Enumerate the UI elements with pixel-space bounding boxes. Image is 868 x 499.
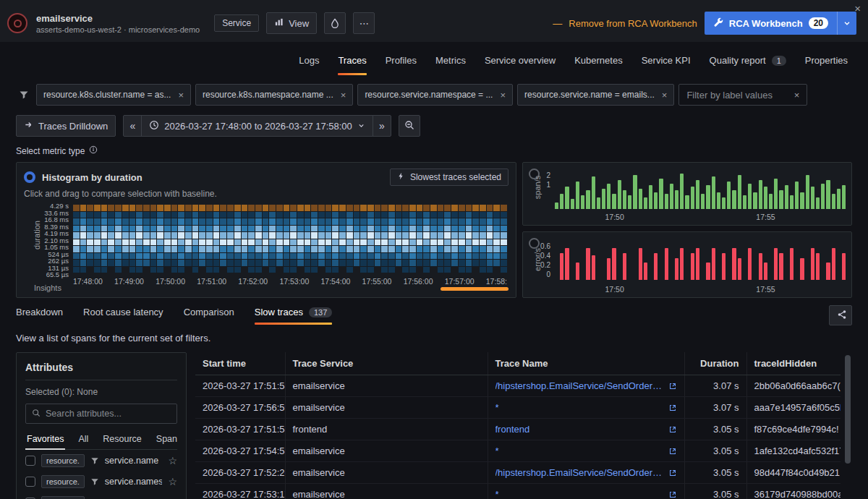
chart-bars-icon [274, 17, 284, 29]
bar [623, 253, 626, 280]
external-link-icon[interactable] [668, 447, 677, 456]
tab-favorites[interactable]: Favorites [25, 431, 65, 449]
tab-slow-traces[interactable]: Slow traces137 [255, 305, 333, 326]
tab-metrics[interactable]: Metrics [435, 55, 466, 66]
external-link-icon[interactable] [668, 404, 677, 412]
slowest-traces-badge[interactable]: Slowest traces selected [390, 169, 509, 186]
attributes-search-input[interactable] [46, 409, 171, 419]
more-menu-button[interactable]: ⋯ [353, 12, 375, 34]
double-chevron-left-icon: « [129, 120, 135, 132]
col-start-time[interactable]: Start time [195, 352, 285, 375]
filter-chip[interactable]: resource.service.name = emails...× [517, 84, 674, 106]
close-icon[interactable]: × [500, 90, 506, 100]
bar [592, 176, 595, 209]
external-link-icon[interactable] [668, 425, 677, 434]
scrollbar-thumb[interactable] [845, 355, 851, 464]
label-filter-input[interactable] [686, 90, 788, 101]
insights-toggle[interactable]: Insights [34, 283, 61, 292]
tab-logs[interactable]: Logs [299, 55, 319, 66]
tab-traces[interactable]: Traces [338, 55, 366, 66]
star-icon[interactable]: ☆ [168, 477, 177, 487]
checkbox[interactable] [25, 477, 35, 487]
filter-icon[interactable] [90, 477, 99, 486]
col-trace-service[interactable]: Trace Service [285, 352, 488, 375]
bar [696, 180, 699, 209]
filter-chip[interactable]: resource.k8s.namespace.name ...× [195, 84, 353, 106]
bar [712, 176, 715, 209]
trace-name-link[interactable]: /hipstershop.EmailService/SendOrderConf.… [495, 467, 663, 478]
attributes-selected: Selected (0): None [25, 387, 177, 397]
external-link-icon[interactable] [668, 469, 677, 477]
tab-resource[interactable]: Resource [101, 431, 143, 449]
tab-service-kpi[interactable]: Service KPI [642, 55, 691, 66]
external-link-icon[interactable] [668, 490, 677, 499]
clear-icon[interactable]: × [794, 90, 800, 100]
star-icon[interactable]: ☆ [168, 456, 177, 466]
bar [759, 180, 762, 209]
scrollbar[interactable] [845, 355, 851, 499]
traces-drilldown-button[interactable]: Traces Drilldown [16, 115, 116, 137]
trace-name-link[interactable]: /hipstershop.EmailService/SendOrderConf.… [495, 380, 663, 391]
bar [800, 258, 804, 280]
col-trace-id[interactable]: traceIdHidden [746, 352, 841, 375]
zoom-out-button[interactable] [399, 115, 420, 137]
bar [581, 195, 584, 209]
close-icon[interactable]: × [341, 90, 346, 100]
remove-from-workbench-link[interactable]: — Remove from RCA Workbench [553, 18, 697, 29]
bar [764, 187, 767, 209]
external-link-icon[interactable] [668, 382, 677, 391]
tab-comparison[interactable]: Comparison [184, 305, 234, 326]
time-shift-back-button[interactable]: « [123, 115, 142, 137]
bar [644, 263, 647, 280]
view-button[interactable]: View [266, 12, 317, 34]
droplet-icon[interactable] [324, 12, 346, 34]
chevron-down-icon[interactable] [838, 12, 856, 35]
close-icon[interactable]: × [178, 90, 184, 100]
x-tick: 17:55 [756, 213, 775, 221]
heatmap-row [73, 212, 507, 218]
tab-all[interactable]: All [77, 431, 90, 449]
heatmap[interactable] [73, 205, 507, 273]
scope-badge: resource. [41, 454, 85, 467]
bar [826, 263, 830, 280]
spans-bars [555, 170, 846, 209]
close-icon[interactable]: × [854, 3, 861, 14]
tab-properties[interactable]: Properties [805, 55, 848, 66]
filter-chip[interactable]: resource.k8s.cluster.name = as...× [36, 84, 191, 106]
bar [753, 192, 757, 209]
trace-name-link[interactable]: frontend [495, 424, 530, 435]
minus-icon: — [553, 18, 562, 29]
tab-service-overview[interactable]: Service overview [485, 55, 556, 66]
trace-name-link[interactable]: * [495, 489, 499, 499]
bar [576, 182, 579, 209]
col-trace-name[interactable]: Trace Name [488, 352, 684, 375]
filter-chip[interactable]: resource.service.namespace = ...× [357, 84, 513, 106]
col-duration[interactable]: Duration [684, 352, 746, 375]
close-icon[interactable]: × [662, 90, 668, 100]
time-range-picker[interactable]: 2026-03-27 17:48:00 to 2026-03-27 17:58:… [141, 115, 373, 137]
tab-quality-report[interactable]: Quality report1 [710, 55, 786, 66]
trace-id: 36179d740988bd00a [746, 484, 841, 499]
histogram-chart: duration 4.29 s33.6 ms 16.8 ms8.39 ms 4.… [24, 205, 509, 290]
time-shift-forward-button[interactable]: » [373, 115, 391, 137]
checkbox[interactable] [25, 456, 35, 466]
trace-name-link[interactable]: * [495, 445, 499, 456]
tab-span[interactable]: Span [155, 431, 179, 449]
tab-root-cause-latency[interactable]: Root cause latency [83, 305, 163, 326]
share-button[interactable] [829, 305, 852, 325]
histogram-radio[interactable] [24, 171, 35, 183]
bar [748, 248, 752, 280]
bar [654, 192, 658, 209]
tab-profiles[interactable]: Profiles [386, 55, 417, 66]
table-row: 2026-03-27 17:56:59 emailservice * 3.07 … [195, 397, 841, 419]
scope-badge: resource. [41, 475, 85, 488]
rca-workbench-button[interactable]: RCA Workbench 20 [705, 12, 856, 35]
bar [706, 263, 710, 280]
attributes-title: Attributes [25, 362, 177, 380]
heatmap-row [73, 267, 507, 273]
bar [832, 248, 835, 280]
trace-name-link[interactable]: * [495, 402, 499, 413]
tab-kubernetes[interactable]: Kubernetes [574, 55, 623, 66]
tab-breakdown[interactable]: Breakdown [16, 305, 63, 326]
filter-icon[interactable] [90, 456, 99, 465]
